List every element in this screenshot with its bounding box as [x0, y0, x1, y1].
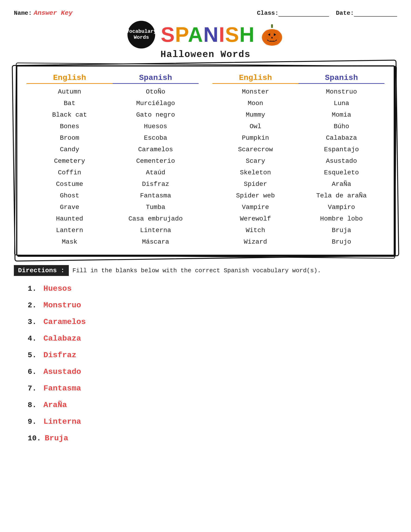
svg-rect-0 — [271, 24, 273, 28]
spanish-cell: Escoba — [142, 132, 169, 144]
spanish-cell: Disfraz — [140, 179, 171, 190]
spanish-cell: Casa embrujado — [126, 213, 184, 225]
english-cell: Haunted — [54, 213, 85, 225]
answer-word: Huesos — [43, 284, 72, 293]
answer-number: 1. — [28, 285, 40, 293]
spanish-letter-a: A — [188, 23, 203, 46]
title-section: VocabularyWords SPANISH — [14, 21, 397, 60]
answer-word: Fantasma — [43, 384, 81, 393]
answer-number: 6. — [28, 368, 40, 376]
table-row: Autumn OtoÑo — [27, 86, 199, 98]
table-row: Candy Caramelos — [27, 144, 199, 155]
english-cell: Coffin — [56, 167, 83, 179]
list-item: 6. Asustado — [28, 367, 397, 376]
directions-section: Directions : Fill in the blanks below wi… — [14, 265, 397, 276]
list-item: 7. Fantasma — [28, 384, 397, 393]
english-cell: Grave — [58, 202, 81, 213]
spanish-letter-s2: S — [225, 23, 239, 46]
english-cell: Monster — [240, 86, 271, 98]
table-row: Black cat Gato negro — [27, 109, 199, 121]
spanish-cell: Cementerio — [134, 155, 177, 167]
answers-list: 1. Huesos 2. Monstruo 3. Caramelos 4. Ca… — [14, 284, 397, 443]
svg-rect-9 — [271, 40, 273, 41]
english-cell: Bat — [62, 98, 77, 109]
english-cell: Owl — [248, 121, 263, 132]
left-column-pair: English Spanish Autumn OtoÑo Bat Murciél… — [27, 73, 199, 248]
spanish-cell: Momia — [330, 109, 353, 121]
vocab-table: English Spanish Autumn OtoÑo Bat Murciél… — [27, 73, 384, 248]
table-row: Spider web Tela de araÑa — [212, 190, 384, 202]
left-rows: Autumn OtoÑo Bat Murciélago Black cat Ga… — [27, 86, 199, 248]
directions-text: Fill in the blanks below with the correc… — [73, 267, 321, 274]
answer-word: Calabaza — [43, 334, 81, 343]
english-cell: Scarecrow — [236, 144, 275, 155]
svg-rect-10 — [274, 40, 276, 41]
table-row: Bat Murciélago — [27, 98, 199, 109]
answer-number: 10. — [28, 434, 41, 443]
spanish-cell: Gato negro — [134, 109, 177, 121]
english-cell: Broom — [58, 132, 81, 144]
header-row: Name: Answer Key Class: Date: — [14, 9, 397, 17]
answer-number: 7. — [28, 384, 40, 393]
table-row: Owl Búho — [212, 121, 384, 132]
english-cell: Vampire — [240, 202, 271, 213]
english-cell: Cemetery — [52, 155, 87, 167]
english-cell: Skeleton — [238, 167, 273, 179]
english-cell: Mummy — [244, 109, 267, 121]
answer-number: 2. — [28, 301, 40, 310]
class-label: Class: — [257, 10, 279, 17]
spanish-cell: Esqueleto — [322, 167, 361, 179]
english-cell: Wizard — [242, 236, 269, 248]
spanish-letter-n: N — [203, 23, 219, 46]
spanish-letter-s1: S — [161, 23, 175, 46]
table-row: Vampire Vampiro — [212, 202, 384, 213]
answer-number: 5. — [28, 351, 40, 360]
list-item: 9. Linterna — [28, 417, 397, 426]
spanish-cell: Luna — [332, 98, 351, 109]
english-cell: Autumn — [56, 86, 83, 98]
list-item: 3. Caramelos — [28, 317, 397, 326]
list-item: 2. Monstruo — [28, 301, 397, 310]
table-row: Cemetery Cementerio — [27, 155, 199, 167]
english-cell: Mask — [60, 236, 79, 248]
table-row: Grave Tumba — [27, 202, 199, 213]
answer-word: Disfraz — [43, 351, 76, 360]
right-english-col: English — [212, 73, 298, 86]
english-cell: Ghost — [58, 190, 81, 202]
answer-key-label: Answer Key — [34, 10, 73, 17]
left-columns-header: English Spanish — [27, 73, 199, 86]
list-item: 1. Huesos — [28, 284, 397, 293]
table-row: Moon Luna — [212, 98, 384, 109]
table-row: Mask Máscara — [27, 236, 199, 248]
table-row: Spider AraÑa — [212, 179, 384, 190]
table-row: Pumpkin Calabaza — [212, 132, 384, 144]
pumpkin-icon — [260, 23, 284, 46]
right-columns-header: English Spanish — [212, 73, 384, 86]
vocab-circle-text: VocabularyWords — [126, 29, 157, 41]
english-cell: Witch — [244, 225, 267, 236]
class-line — [278, 9, 329, 17]
english-cell: Bones — [58, 121, 81, 132]
table-row: Costume Disfraz — [27, 179, 199, 190]
spanish-cell: Calabaza — [324, 132, 359, 144]
list-item: 5. Disfraz — [28, 351, 397, 360]
answer-number: 9. — [28, 418, 40, 426]
answer-number: 8. — [28, 401, 40, 409]
date-label: Date: — [336, 10, 354, 17]
english-cell: Candy — [58, 144, 81, 155]
spanish-title: SPANISH — [161, 24, 255, 45]
svg-point-3 — [263, 29, 272, 45]
answer-word: Caramelos — [43, 317, 86, 326]
table-row: Scarecrow Espantajo — [212, 144, 384, 155]
right-english-header: English — [212, 73, 298, 84]
table-row: Scary Asustado — [212, 155, 384, 167]
table-row: Ghost Fantasma — [27, 190, 199, 202]
table-row: Mummy Momia — [212, 109, 384, 121]
answer-word: Bruja — [45, 434, 68, 443]
svg-point-4 — [272, 29, 281, 45]
name-label: Name: — [14, 10, 32, 17]
vocab-circle: VocabularyWords — [127, 21, 155, 48]
spanish-letter-h: H — [239, 23, 255, 46]
right-spanish-col: Spanish — [298, 73, 385, 86]
right-rows: Monster Monstruo Moon Luna Mummy Momia O… — [212, 86, 384, 248]
